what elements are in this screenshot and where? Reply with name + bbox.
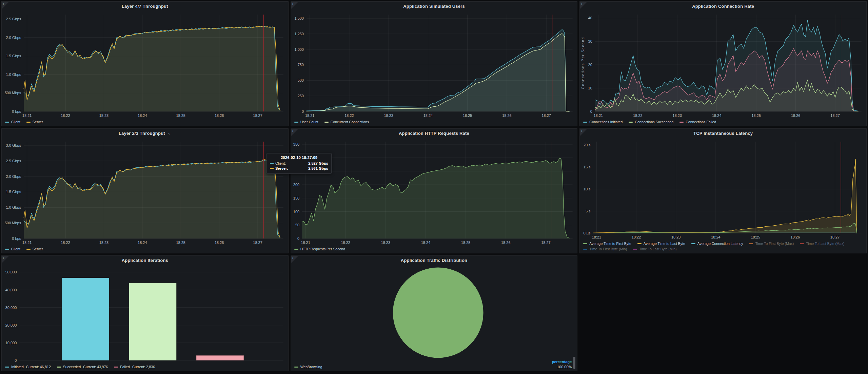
panel-title[interactable]: Application HTTP Requests Rate	[399, 131, 469, 136]
panel-title[interactable]: Application Simulated Users	[403, 4, 465, 9]
percentage-column-header[interactable]: percentage	[552, 359, 572, 365]
legend-item[interactable]: Concurrent Connections	[324, 120, 369, 124]
legend-color-dash	[26, 249, 31, 250]
svg-text:18:23: 18:23	[671, 235, 681, 239]
legend-color-dash	[583, 249, 587, 250]
tcp-latency-chart[interactable]: 0 µs5 s10 s15 s20 s18:2118:2218:2318:241…	[580, 138, 866, 241]
legend-item[interactable]: Average Time to First Byte	[583, 242, 631, 246]
svg-text:0: 0	[590, 109, 592, 113]
layer47-throughput-chart[interactable]: 0 bps500 Mbps1.0 Gbps1.5 Gbps2.0 Gbps2.5…	[2, 11, 288, 119]
svg-text:200: 200	[293, 183, 299, 187]
panel-application-iterations: i Application Iterations 010,00020,00030…	[1, 255, 289, 371]
svg-text:40,000: 40,000	[5, 288, 17, 292]
svg-text:10,000: 10,000	[5, 341, 17, 345]
legend-item[interactable]: User Count	[294, 120, 318, 124]
panel-legend: InitiatedCurrent: 46,812SucceededCurrent…	[2, 364, 288, 371]
legend-item[interactable]: Client	[5, 247, 20, 251]
legend-item[interactable]: Average Connection Latency	[691, 242, 743, 246]
connection-rate-chart[interactable]: 01020304018:2118:2218:2318:2418:2518:261…	[580, 11, 866, 119]
legend-color-dash	[294, 367, 298, 368]
panel-legend: WebBrowsing	[291, 364, 331, 371]
tooltip-row: Server: 2.561 Gbps	[270, 166, 328, 170]
svg-text:15 s: 15 s	[584, 165, 591, 169]
svg-text:18:23: 18:23	[384, 113, 393, 118]
legend-value: Current: 2,836	[132, 365, 155, 369]
legend-label: User Count	[300, 120, 318, 124]
svg-text:20,000: 20,000	[5, 323, 17, 327]
legend-item[interactable]: InitiatedCurrent: 46,812	[5, 365, 51, 369]
legend-color-dash	[114, 367, 118, 368]
legend-item[interactable]: SucceededCurrent: 43,976	[57, 365, 108, 369]
legend-color-dash	[5, 367, 9, 368]
grafana-dashboard: i Layer 4/7 Throughput 0 bps500 Mbps1.0 …	[0, 0, 868, 374]
legend-item[interactable]: Time To Last Byte (Min)	[633, 247, 676, 251]
panel-legend: HTTP Requests Per Second	[291, 246, 577, 253]
panel-traffic-distribution: i Application Traffic Distribution WebBr…	[291, 255, 578, 371]
svg-text:1.0 Gbps: 1.0 Gbps	[6, 72, 21, 77]
svg-text:0: 0	[302, 109, 304, 113]
svg-text:3.0 Gbps: 3.0 Gbps	[6, 143, 21, 147]
svg-text:0 bps: 0 bps	[12, 109, 21, 113]
panel-header: TCP Instantaneous Latency	[580, 129, 866, 138]
svg-text:18:23: 18:23	[381, 241, 390, 245]
svg-text:500 Mbps: 500 Mbps	[5, 221, 21, 225]
legend-item[interactable]: Client	[5, 120, 20, 124]
panel-title[interactable]: TCP Instantaneous Latency	[693, 131, 753, 136]
panel-title[interactable]: Layer 2/3 Throughput	[119, 131, 165, 136]
panel-layer23-throughput: Layer 2/3 Throughput ⌄ 0 bps500 Mbps1.0 …	[1, 128, 289, 253]
legend-item[interactable]: Time To Last Byte (Max)	[800, 242, 844, 246]
legend-color-dash	[679, 122, 684, 123]
legend-item[interactable]: Connections Failed	[679, 120, 716, 124]
legend-item[interactable]: Average Time to Last Byte	[637, 242, 685, 246]
svg-text:0: 0	[15, 358, 17, 362]
panel-title[interactable]: Layer 4/7 Throughput	[122, 4, 168, 9]
legend-label: Average Time to Last Byte	[644, 242, 685, 246]
legend-label: Connections Succeeded	[635, 120, 673, 124]
svg-text:18:24: 18:24	[138, 241, 147, 245]
panel-header: Application Simulated Users	[291, 2, 577, 11]
svg-text:0: 0	[297, 236, 299, 241]
svg-text:18:24: 18:24	[423, 113, 433, 118]
legend-label: HTTP Requests Per Second	[300, 247, 345, 251]
legend-item[interactable]: Time To First Byte (Max)	[749, 242, 794, 246]
panel-title[interactable]: Application Connection Rate	[692, 4, 754, 9]
svg-text:30,000: 30,000	[5, 306, 17, 310]
legend-item[interactable]: Connections Initiated	[583, 120, 623, 124]
panel-header: Application Iterations	[2, 256, 288, 265]
traffic-distribution-pie[interactable]	[291, 265, 577, 361]
legend-item[interactable]: HTTP Requests Per Second	[294, 247, 345, 251]
svg-text:250: 250	[297, 94, 303, 98]
legend-label: Server	[33, 247, 43, 251]
pie-stats: percentage 100.00%	[552, 359, 572, 370]
legend-scrollbar[interactable]	[573, 357, 575, 369]
legend-item[interactable]: Server	[26, 120, 43, 124]
svg-text:18:24: 18:24	[712, 113, 722, 118]
legend-item[interactable]: Time To First Byte (Min)	[583, 247, 627, 251]
panel-legend: Connections InitiatedConnections Succeed…	[580, 119, 866, 126]
legend-item[interactable]: FailedCurrent: 2,836	[114, 365, 155, 369]
legend-item[interactable]: WebBrowsing	[294, 365, 322, 369]
legend-label: Average Time to First Byte	[589, 242, 631, 246]
legend-label: Client	[11, 247, 20, 251]
svg-text:18:27: 18:27	[541, 113, 551, 118]
svg-text:18:27: 18:27	[253, 113, 262, 118]
http-requests-rate-chart[interactable]: 05010015020025030035018:2118:2218:2318:2…	[291, 138, 577, 246]
application-iterations-chart[interactable]: 010,00020,00030,00040,00050,000	[2, 265, 288, 364]
svg-text:18:22: 18:22	[632, 235, 641, 239]
simulated-users-chart[interactable]: 02505007501,0001,2501,50018:2118:2218:23…	[291, 11, 577, 119]
panel-title[interactable]: Application Iterations	[122, 258, 168, 263]
legend-item[interactable]: Server	[26, 247, 43, 251]
svg-text:0 bps: 0 bps	[12, 236, 21, 241]
panel-title[interactable]: Application Traffic Distribution	[401, 258, 467, 263]
svg-text:18:26: 18:26	[791, 235, 800, 239]
panel-connection-rate: i Application Connection Rate 0102030401…	[579, 1, 867, 126]
svg-text:1.0 Gbps: 1.0 Gbps	[6, 205, 21, 209]
svg-text:18:21: 18:21	[301, 241, 310, 245]
legend-color-dash	[691, 243, 695, 244]
chevron-down-icon[interactable]: ⌄	[167, 131, 171, 135]
svg-text:2.5 Gbps: 2.5 Gbps	[6, 159, 21, 163]
legend-label: Client	[11, 120, 20, 124]
legend-color-dash	[629, 122, 633, 123]
layer23-throughput-chart[interactable]: 0 bps500 Mbps1.0 Gbps1.5 Gbps2.0 Gbps2.5…	[2, 138, 288, 246]
legend-item[interactable]: Connections Succeeded	[629, 120, 673, 124]
